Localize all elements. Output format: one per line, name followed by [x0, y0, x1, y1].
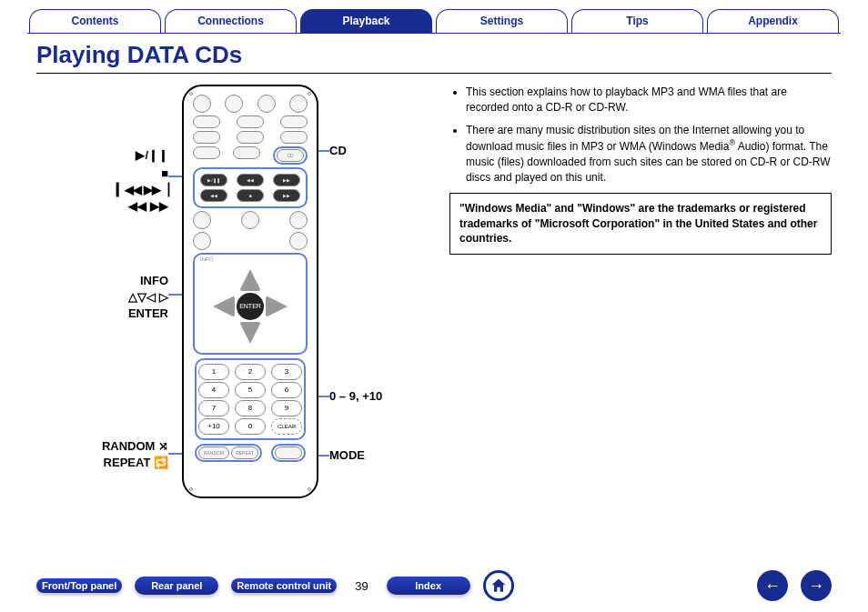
body-text: This section explains how to playback MP… [449, 85, 832, 512]
body-bullet-1: This section explains how to playback MP… [466, 85, 832, 115]
remote-control-illustration: CD ▶/❚❚◀◀▶▶ ◀◀■▶▶ INFO ENTER 123 456 [182, 85, 318, 498]
remote-dpad: ENTER [209, 266, 291, 347]
label-seek: ◀◀ ▶▶ [36, 199, 168, 213]
tab-connections[interactable]: Connections [165, 9, 297, 33]
remote-btn-mode [275, 446, 302, 459]
remote-btn-repeat: REPEAT [231, 446, 258, 459]
remote-btn-enter: ENTER [237, 293, 264, 320]
label-info: INFO [36, 274, 168, 287]
footer-nav: Front/Top panel Rear panel Remote contro… [0, 570, 868, 601]
link-rear-panel[interactable]: Rear panel [135, 577, 218, 595]
tab-underline [27, 33, 841, 34]
next-page-icon[interactable]: → [801, 570, 832, 601]
label-skip: ▎◀◀ ▶▶▕ [36, 183, 168, 196]
label-stop: ■ [36, 166, 168, 180]
label-enter: ENTER [36, 306, 168, 320]
label-mode: MODE [329, 448, 365, 462]
tab-contents[interactable]: Contents [29, 9, 161, 33]
page-number: 39 [355, 579, 368, 593]
link-front-top-panel[interactable]: Front/Top panel [36, 578, 122, 593]
tab-playback[interactable]: Playback [300, 9, 432, 33]
tab-tips[interactable]: Tips [571, 9, 703, 33]
leader-line [317, 150, 329, 152]
label-play-pause: ▶/❙❙ [36, 148, 168, 162]
trademark-notice: "Windows Media" and "Windows" are the tr… [449, 193, 832, 255]
label-arrows: △▽◁ ▷ [36, 290, 168, 304]
label-repeat: REPEAT 🔁 [36, 456, 168, 469]
remote-diagram-area: ▶/❙❙ ■ ▎◀◀ ▶▶▕ ◀◀ ▶▶ INFO △▽◁ ▷ ENTER RA… [36, 85, 428, 512]
remote-btn-info: INFO [200, 256, 304, 262]
leader-line [317, 396, 329, 397]
link-remote-control-unit[interactable]: Remote control unit [231, 578, 337, 593]
tab-appendix[interactable]: Appendix [707, 9, 839, 33]
leader-line [317, 455, 329, 456]
prev-page-icon[interactable]: ← [757, 570, 788, 601]
link-index[interactable]: Index [387, 577, 470, 595]
remote-btn-random: RANDOM [198, 446, 229, 459]
body-bullet-2: There are many music distribution sites … [466, 123, 832, 186]
remote-btn-cd: CD [277, 149, 304, 162]
label-numbers: 0 – 9, +10 [329, 389, 382, 403]
remote-numpad: 123 456 789 +100CLEAR [195, 358, 306, 440]
label-cd: CD [329, 144, 347, 157]
title-rule [36, 73, 832, 74]
page-title: Playing DATA CDs [36, 41, 832, 69]
home-icon[interactable] [483, 570, 514, 601]
tab-settings[interactable]: Settings [436, 9, 568, 33]
top-tab-nav: Contents Connections Playback Settings T… [0, 0, 868, 33]
label-random: RANDOM ⤨ [36, 439, 168, 453]
